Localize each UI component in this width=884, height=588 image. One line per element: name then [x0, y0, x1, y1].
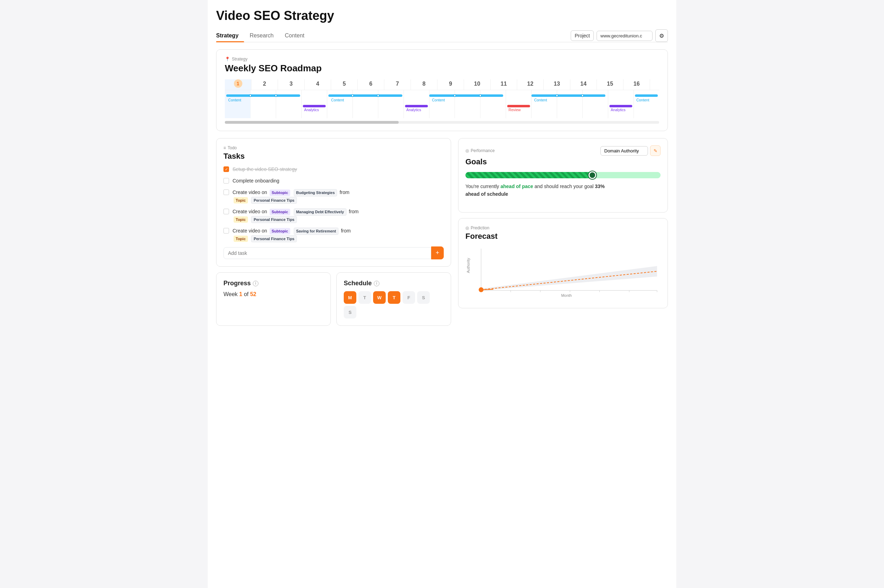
svg-text:Authority: Authority: [466, 258, 470, 273]
task-item: Create video on Subtopic Budgeting Strat…: [224, 189, 444, 204]
svg-point-26: [454, 95, 456, 97]
domain-authority-select[interactable]: Domain Authority: [600, 146, 648, 156]
svg-rect-33: [635, 94, 658, 97]
forecast-chart: Authority Month: [465, 245, 660, 301]
week-5-header: 5: [331, 80, 358, 90]
plus-icon: +: [436, 249, 440, 256]
week-3-header: 3: [278, 80, 305, 90]
add-task-button[interactable]: +: [431, 246, 444, 260]
project-area: Project www.gecreditunion.c ⚙: [571, 29, 668, 42]
day-pill-thu[interactable]: T: [388, 291, 401, 304]
tabs-bar: Strategy Research Content Project www.ge…: [216, 29, 668, 42]
todo-icon: ≡: [224, 146, 226, 150]
svg-rect-25: [429, 94, 503, 97]
task-checkbox-4[interactable]: [224, 209, 229, 214]
svg-rect-35: [303, 105, 326, 107]
week-9-header: 9: [437, 80, 464, 90]
tasks-card: ≡ Todo Tasks Setup the video SEO strateg…: [216, 138, 451, 267]
svg-text:Analytics: Analytics: [611, 108, 626, 112]
task-checkbox-5[interactable]: [224, 228, 229, 234]
day-pill-sat[interactable]: S: [417, 291, 430, 304]
goals-progress-fill: [465, 172, 592, 178]
week-4-header: 4: [305, 80, 331, 90]
progress-card: Progress i Week 1 of 52: [216, 272, 331, 326]
week-15-header: 15: [597, 80, 623, 90]
task-3-prefix: Create video on: [233, 189, 267, 195]
week-13-header: 13: [544, 80, 570, 90]
day-pill-sun[interactable]: S: [344, 306, 356, 318]
goals-percent-text: 33%: [595, 183, 605, 189]
task-item: Setup the video SEO strategy: [224, 166, 444, 173]
svg-text:Content: Content: [534, 98, 547, 102]
week-7-header: 7: [384, 80, 411, 90]
progress-info-icon[interactable]: i: [253, 281, 258, 286]
badge-subtopic-label: Subtopic: [270, 209, 290, 215]
schedule-info-icon[interactable]: i: [374, 281, 380, 286]
tasks-section-label: ≡ Todo: [224, 146, 444, 150]
task-item: Create video on Subtopic Saving for Reti…: [224, 227, 444, 242]
progress-total-weeks: 52: [250, 291, 256, 297]
week-16-header: 16: [623, 80, 650, 90]
goals-progress-thumb[interactable]: [588, 171, 596, 179]
week-12-header: 12: [517, 80, 544, 90]
task-4-prefix: Create video on: [233, 209, 267, 214]
tab-content[interactable]: Content: [285, 30, 305, 42]
day-pill-tue[interactable]: T: [359, 291, 371, 304]
svg-point-23: [377, 95, 379, 97]
svg-rect-41: [507, 105, 530, 107]
badge-topic-label: Topic: [234, 216, 248, 223]
task-checkbox-2[interactable]: [224, 178, 229, 183]
badge-subtopic-label: Subtopic: [270, 228, 290, 235]
task-3-subtopic: Budgeting Strategies: [294, 189, 338, 196]
svg-rect-21: [328, 94, 402, 97]
tab-research[interactable]: Research: [250, 30, 273, 42]
left-column: ≡ Todo Tasks Setup the video SEO strateg…: [216, 138, 451, 326]
day-pill-wed[interactable]: W: [373, 291, 386, 304]
bottom-row: ≡ Todo Tasks Setup the video SEO strateg…: [216, 138, 668, 326]
pin-icon: 📍: [225, 57, 230, 62]
task-3-topic: Personal Finance Tips: [251, 197, 297, 204]
progress-week-display: Week 1 of 52: [224, 291, 323, 297]
badge-topic-label: Topic: [234, 197, 248, 204]
edit-goal-button[interactable]: ✎: [650, 146, 660, 156]
week-1-badge: 1: [234, 80, 242, 88]
prediction-icon: ◎: [465, 225, 469, 230]
week-17-header: 17: [650, 80, 659, 90]
task-4-suffix: from: [349, 209, 359, 214]
task-2-text: Complete onboarding: [233, 177, 279, 184]
svg-point-22: [351, 95, 354, 97]
svg-marker-54: [481, 266, 657, 291]
goals-description: You're currently ahead of pace and shoul…: [465, 183, 660, 198]
svg-text:Month: Month: [561, 293, 572, 297]
day-pill-mon[interactable]: M: [344, 291, 356, 304]
gantt-scrollbar[interactable]: [225, 121, 659, 124]
gear-button[interactable]: ⚙: [655, 29, 668, 42]
week-2-header: 2: [251, 80, 278, 90]
task-checkbox-1[interactable]: [224, 166, 229, 172]
svg-text:Content: Content: [636, 98, 649, 102]
tasks-title: Tasks: [224, 152, 444, 161]
svg-rect-29: [531, 94, 605, 97]
day-pill-fri[interactable]: F: [402, 291, 415, 304]
progress-current-week: 1: [239, 291, 242, 297]
svg-text:Analytics: Analytics: [406, 108, 421, 112]
project-select[interactable]: www.gecreditunion.c: [597, 31, 653, 41]
task-5-suffix: from: [341, 228, 351, 234]
project-label: Project: [571, 30, 594, 41]
goals-highlight-text: ahead of pace: [500, 183, 533, 189]
svg-text:Analytics: Analytics: [304, 108, 319, 112]
task-4-subtopic: Managing Debt Effectively: [294, 208, 347, 216]
task-checkbox-3[interactable]: [224, 189, 229, 195]
task-5-topic: Personal Finance Tips: [251, 235, 297, 243]
svg-point-57: [479, 287, 483, 292]
roadmap-title: Weekly SEO Roadmap: [225, 63, 659, 74]
svg-point-30: [556, 95, 558, 97]
add-task-input[interactable]: [224, 247, 431, 259]
gantt-svg: Content Content Content Content: [225, 90, 659, 118]
tab-strategy[interactable]: Strategy: [216, 30, 239, 42]
svg-rect-17: [226, 94, 300, 97]
right-column: ◎ Performance Domain Authority ✎ Goals: [458, 138, 668, 308]
task-5-subtopic: Saving for Retirement: [294, 228, 339, 235]
svg-text:Review: Review: [509, 108, 521, 112]
svg-point-27: [479, 95, 482, 97]
